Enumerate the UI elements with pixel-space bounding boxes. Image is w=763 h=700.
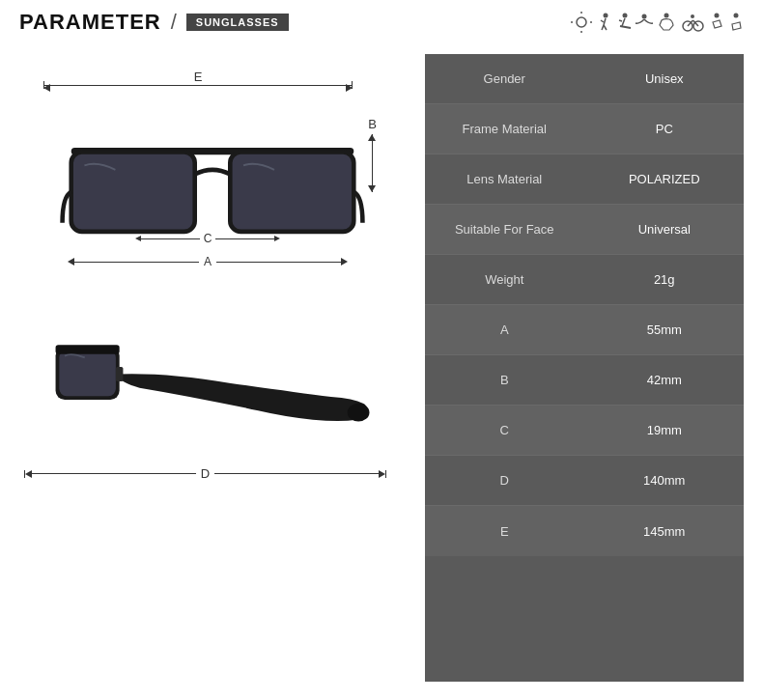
svg-point-20 [691,14,694,18]
spec-label: D [425,463,584,497]
e-arrow-right [346,84,353,92]
spec-label: A [425,313,584,347]
spec-value: 55mm [585,313,745,347]
spec-row: B42mm [425,355,744,406]
spec-label: Weight [425,263,584,296]
svg-line-13 [620,26,631,28]
header-left: PARAMETER / SUNGLASSES [19,10,289,35]
dim-d-row: D [24,466,386,481]
svg-rect-30 [56,345,120,353]
dim-b-label: B [368,117,377,131]
spec-label: Suitable For Face [425,212,584,246]
spec-row: Frame MaterialPC [425,104,744,154]
spec-row: A55mm [425,305,744,355]
dim-a-label: A [204,255,212,268]
dim-b-container: B [368,117,377,194]
dim-e-label: E [194,70,203,84]
svg-line-12 [619,20,622,21]
spec-value: POLARIZED [585,162,745,196]
left-panel: E [19,54,406,682]
spec-value: 145mm [585,515,745,548]
spec-label: C [425,413,584,447]
spec-row: GenderUnisex [425,54,744,104]
dim-a-row: A [68,255,348,268]
front-view-container: E [19,64,406,295]
activity-icons [570,11,744,34]
svg-point-14 [642,14,647,19]
spec-value: Unisex [585,62,745,96]
sunglasses-side-svg [48,337,377,443]
svg-point-10 [623,14,628,18]
side-view-container: D [19,315,406,489]
svg-line-11 [622,18,625,26]
spec-label: Gender [425,62,584,96]
spec-row: D140mm [425,456,744,506]
spec-row: Suitable For FaceUniversal [425,205,744,255]
page-container: PARAMETER / SUNGLASSES [0,0,763,700]
spec-label: E [425,515,584,548]
dim-c-row: C [135,232,280,245]
activity-icons-svg [570,11,744,34]
svg-line-7 [601,20,604,22]
slash: / [171,10,177,35]
svg-point-0 [577,17,586,27]
spec-value: 21g [585,263,745,296]
spec-value: PC [585,112,745,146]
svg-point-31 [348,403,370,421]
dim-d-label: D [201,466,210,481]
spec-label: Frame Material [425,112,584,146]
svg-line-9 [604,25,607,30]
spec-value: 140mm [585,463,745,497]
dim-c-label: C [204,232,212,245]
spec-label: B [425,363,584,397]
e-arrow-left [43,84,50,92]
page-title: PARAMETER [19,10,161,35]
svg-point-21 [715,14,720,18]
spec-value: Universal [585,212,745,246]
spec-row: E145mm [425,506,744,556]
dim-e-arrow: E [43,81,353,89]
svg-rect-29 [59,350,116,395]
spec-row: Lens MaterialPOLARIZED [425,154,744,205]
sunglasses-badge: SUNGLASSES [186,14,289,31]
spec-value: 19mm [585,413,745,447]
main-content: E [0,44,763,691]
specs-table: GenderUnisexFrame MaterialPCLens Materia… [425,54,744,682]
spec-row: C19mm [425,406,744,456]
header: PARAMETER / SUNGLASSES [0,0,763,44]
spec-value: 42mm [585,363,745,397]
spec-row: Weight21g [425,255,744,305]
svg-point-5 [604,14,608,18]
svg-rect-32 [116,366,124,380]
sunglasses-front-svg [58,117,367,271]
svg-point-22 [734,14,739,18]
svg-point-15 [664,14,669,18]
spec-label: Lens Material [425,162,584,196]
